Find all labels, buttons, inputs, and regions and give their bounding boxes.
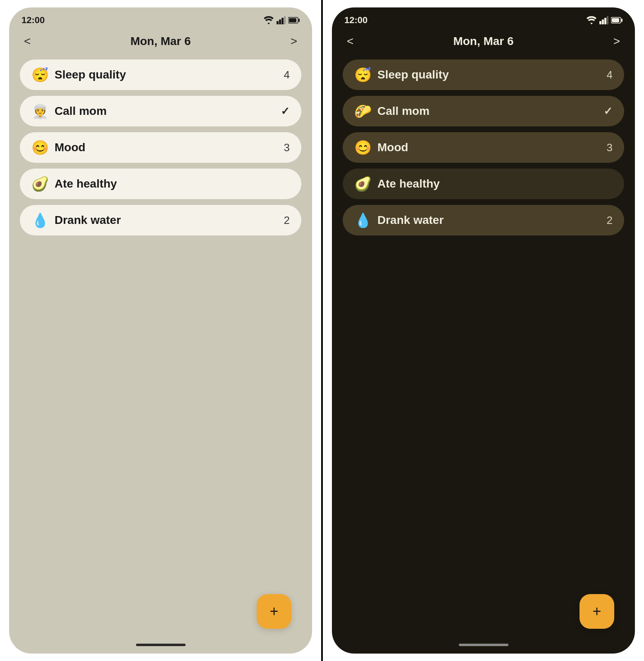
battery-icon-dark <box>611 17 623 24</box>
habit-left-atehealthy-light: 🥑 Ate healthy <box>31 177 117 191</box>
svg-rect-10 <box>607 16 608 24</box>
habit-item-sleep-light[interactable]: 😴 Sleep quality 4 <box>20 59 301 90</box>
drankwater-label-light: Drank water <box>55 214 121 227</box>
svg-rect-6 <box>289 18 296 22</box>
habit-item-atehealthy-dark[interactable]: 🥑 Ate healthy <box>343 169 624 199</box>
mood-emoji-light: 😊 <box>31 140 49 155</box>
nav-title-dark: Mon, Mar 6 <box>453 35 513 48</box>
habit-left-mood-light: 😊 Mood <box>31 140 86 155</box>
atehealthy-label-dark: Ate healthy <box>377 177 440 190</box>
status-bar-dark: 12:00 <box>332 7 635 29</box>
nav-title-light: Mon, Mar 6 <box>130 35 191 48</box>
mood-value-dark: 3 <box>607 141 613 154</box>
wifi-icon <box>263 16 274 24</box>
drankwater-emoji-light: 💧 <box>31 213 49 227</box>
status-icons-light <box>263 16 300 24</box>
atehealthy-emoji-light: 🥑 <box>31 177 49 191</box>
habit-item-sleep-dark[interactable]: 😴 Sleep quality 4 <box>343 59 624 90</box>
habit-item-drankwater-dark[interactable]: 💧 Drank water 2 <box>343 205 624 235</box>
status-bar-light: 12:00 <box>9 7 312 29</box>
habit-left-sleep-light: 😴 Sleep quality <box>31 68 126 82</box>
drankwater-value-dark: 2 <box>607 214 613 227</box>
status-time-light: 12:00 <box>21 15 45 26</box>
status-icons-dark <box>586 16 623 24</box>
habit-left-drankwater-dark: 💧 Drank water <box>354 213 444 227</box>
phone-divider <box>321 0 323 661</box>
drankwater-emoji-dark: 💧 <box>354 213 372 227</box>
svg-rect-9 <box>604 18 606 24</box>
svg-rect-8 <box>602 19 604 24</box>
sleep-label-dark: Sleep quality <box>377 68 449 81</box>
habit-item-drankwater-light[interactable]: 💧 Drank water 2 <box>20 205 301 235</box>
habit-left-drankwater-light: 💧 Drank water <box>31 213 121 227</box>
phone-dark: 12:00 < Mon, Mar 6 > <box>332 7 635 654</box>
svg-rect-5 <box>298 19 300 22</box>
add-icon-light: + <box>270 604 278 619</box>
nav-prev-light[interactable]: < <box>21 33 34 50</box>
svg-rect-3 <box>284 16 286 24</box>
svg-rect-0 <box>277 21 279 24</box>
nav-header-light: < Mon, Mar 6 > <box>9 29 312 55</box>
mood-label-dark: Mood <box>377 141 408 154</box>
callmom-emoji-light: 👳‍♀️ <box>31 104 49 118</box>
battery-icon <box>288 17 300 24</box>
atehealthy-emoji-dark: 🥑 <box>354 177 372 191</box>
habit-left-sleep-dark: 😴 Sleep quality <box>354 68 449 82</box>
nav-next-light[interactable]: > <box>287 33 301 50</box>
svg-rect-12 <box>621 19 623 22</box>
habit-item-callmom-light[interactable]: 👳‍♀️ Call mom ✓ <box>20 96 301 126</box>
habit-left-callmom-dark: 🌮 Call mom <box>354 104 429 118</box>
drankwater-value-light: 2 <box>284 214 290 227</box>
add-button-light[interactable]: + <box>257 594 291 629</box>
atehealthy-label-light: Ate healthy <box>55 177 117 190</box>
habit-item-callmom-dark[interactable]: 🌮 Call mom ✓ <box>343 96 624 126</box>
habit-list-light: 😴 Sleep quality 4 👳‍♀️ Call mom ✓ 😊 Mood… <box>9 55 312 240</box>
mood-label-light: Mood <box>55 141 86 154</box>
sleep-label-light: Sleep quality <box>55 68 126 81</box>
wifi-icon-dark <box>586 16 597 24</box>
sleep-emoji-dark: 😴 <box>354 68 372 82</box>
sleep-emoji-light: 😴 <box>31 68 49 82</box>
habit-left-atehealthy-dark: 🥑 Ate healthy <box>354 177 440 191</box>
signal-icon <box>277 16 286 24</box>
fab-container-dark: + <box>580 594 614 629</box>
signal-icon-dark <box>599 16 608 24</box>
home-indicator-dark <box>459 644 508 646</box>
home-indicator-light <box>136 644 186 646</box>
fab-container-light: + <box>257 594 291 629</box>
add-icon-dark: + <box>592 604 601 619</box>
habit-left-callmom-light: 👳‍♀️ Call mom <box>31 104 107 118</box>
add-button-dark[interactable]: + <box>580 594 614 629</box>
callmom-emoji-dark: 🌮 <box>354 104 372 118</box>
status-time-dark: 12:00 <box>344 15 367 26</box>
nav-prev-dark[interactable]: < <box>343 33 357 50</box>
mood-emoji-dark: 😊 <box>354 140 372 155</box>
drankwater-label-dark: Drank water <box>377 214 444 227</box>
svg-rect-1 <box>279 19 281 24</box>
sleep-value-dark: 4 <box>607 69 613 81</box>
nav-header-dark: < Mon, Mar 6 > <box>332 29 635 55</box>
phone-light: 12:00 < Mon, Mar 6 <box>9 7 312 654</box>
svg-rect-13 <box>612 18 619 22</box>
mood-value-light: 3 <box>284 141 290 154</box>
callmom-label-dark: Call mom <box>377 105 429 118</box>
habit-item-mood-dark[interactable]: 😊 Mood 3 <box>343 132 624 163</box>
sleep-value-light: 4 <box>284 69 290 81</box>
habit-list-dark: 😴 Sleep quality 4 🌮 Call mom ✓ 😊 Mood 3 … <box>332 55 635 240</box>
svg-rect-7 <box>599 21 601 24</box>
callmom-check-light: ✓ <box>281 105 290 118</box>
svg-rect-2 <box>281 18 284 24</box>
habit-item-atehealthy-light[interactable]: 🥑 Ate healthy <box>20 169 301 199</box>
nav-next-dark[interactable]: > <box>610 33 623 50</box>
habit-left-mood-dark: 😊 Mood <box>354 140 408 155</box>
callmom-label-light: Call mom <box>55 105 107 118</box>
habit-item-mood-light[interactable]: 😊 Mood 3 <box>20 132 301 163</box>
callmom-check-dark: ✓ <box>603 105 613 118</box>
